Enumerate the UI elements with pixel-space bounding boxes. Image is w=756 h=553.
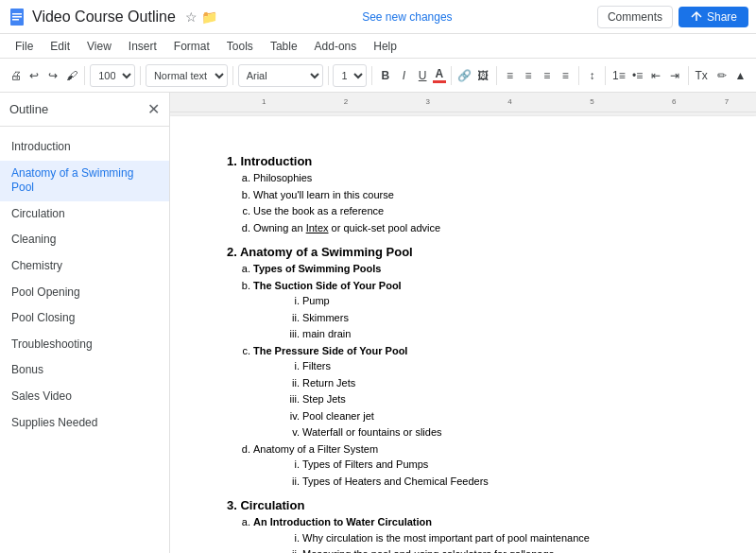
section-2-heading: 2. Anatomy of a Swimming Pool [227, 245, 699, 259]
list-item: The Pressure Side of Your Pool Filters R… [253, 343, 699, 441]
fontsize-select[interactable]: 11 12 14 [333, 64, 367, 87]
section-circulation: 3. Circulation An Introduction to Water … [227, 498, 699, 553]
undo-btn[interactable]: ↩ [26, 64, 43, 87]
list-item: Owning an Intex or quick-set pool advice [253, 220, 699, 236]
sidebar-item-pool-opening[interactable]: Pool Opening [0, 280, 169, 306]
sidebar-item-sales-video[interactable]: Sales Video [0, 384, 169, 410]
text-color-btn[interactable]: A [433, 67, 446, 84]
print-btn[interactable]: 🖨 [8, 64, 25, 87]
list-item: Philosophies [253, 170, 699, 186]
sidebar-item-circulation[interactable]: Circulation [0, 201, 169, 228]
bold-label: The Suction Side of Your Pool [253, 280, 402, 291]
increase-indent-btn[interactable]: ⇥ [666, 64, 683, 87]
list-item: Types of Swimming Pools [253, 261, 699, 277]
section-3-number: 3. [227, 498, 240, 512]
sidebar-close-btn[interactable]: ✕ [147, 100, 160, 118]
section-1-number: 1. [227, 154, 240, 168]
title-bar: Video Course Outline ☆ 📁 See new changes… [0, 0, 756, 34]
menu-tools[interactable]: Tools [219, 38, 261, 55]
comments-button[interactable]: Comments [597, 6, 673, 28]
decrease-indent-btn[interactable]: ⇤ [647, 64, 664, 87]
align-right-btn[interactable]: ≡ [539, 64, 556, 87]
menu-help[interactable]: Help [366, 38, 404, 55]
italic-btn[interactable]: I [396, 64, 413, 87]
section-1-heading: 1. Introduction [227, 154, 699, 168]
collapse-toolbar-btn[interactable]: ▲ [732, 64, 749, 87]
list-bullet-btn[interactable]: •≡ [629, 64, 646, 87]
section-2-title: Anatomy of a Swimming Pool [240, 245, 413, 259]
list-item: Types of Filters and Pumps [302, 457, 699, 473]
sidebar-title: Outline [9, 102, 48, 116]
list-item: Types of Heaters and Chemical Feeders [302, 474, 699, 490]
sidebar-item-introduction[interactable]: Introduction [0, 134, 169, 161]
section-anatomy: 2. Anatomy of a Swimming Pool Types of S… [227, 245, 699, 489]
bold-label: Types of Swimming Pools [253, 263, 381, 274]
redo-btn[interactable]: ↪ [44, 64, 61, 87]
menu-view[interactable]: View [79, 38, 119, 55]
svg-rect-2 [12, 16, 22, 18]
section-3-title: Circulation [240, 498, 304, 512]
section-1-list: Philosophies What you'll learn in this c… [253, 170, 699, 235]
toolbar: 🖨 ↩ ↪ 🖌 100% Normal text Heading 1 Headi… [0, 59, 756, 93]
sidebar-item-supplies-needed[interactable]: Supplies Needed [0, 410, 169, 437]
star-icon[interactable]: ☆ [185, 9, 198, 25]
roman-list: Filters Return Jets Step Jets Pool clean… [302, 358, 699, 441]
bold-label: An Introduction to Water Circulation [253, 516, 432, 527]
roman-list: Why circulation is the most important pa… [302, 530, 699, 554]
list-item: An Introduction to Water Circulation Why… [253, 514, 699, 553]
format-paint-btn[interactable]: 🖌 [63, 64, 80, 87]
align-left-btn[interactable]: ≡ [502, 64, 519, 87]
zoom-select[interactable]: 100% [90, 64, 135, 87]
title-icons: ☆ 📁 [185, 9, 217, 25]
roman-list: Types of Filters and Pumps Types of Heat… [302, 457, 699, 489]
pen-btn[interactable]: ✏ [713, 64, 730, 87]
section-1-title: Introduction [240, 154, 312, 168]
doc-area[interactable]: 1 2 3 4 5 6 7 1 of 8 1. Introduction Phi… [170, 93, 756, 553]
paragraph-style-select[interactable]: Normal text Heading 1 Heading 2 [146, 64, 228, 87]
list-item: What you'll learn in this course [253, 187, 699, 203]
doc-icon [8, 8, 26, 26]
underline-btn[interactable]: U [414, 64, 431, 87]
clear-format-btn[interactable]: Tx [693, 64, 710, 87]
sidebar-item-troubleshooting[interactable]: Troubleshooting [0, 332, 169, 358]
line-spacing-btn[interactable]: ↕ [584, 64, 601, 87]
document-page: 1 of 8 1. Introduction Philosophies What… [170, 116, 756, 553]
list-numbered-btn[interactable]: 1≡ [610, 64, 627, 87]
list-item: Why circulation is the most important pa… [302, 530, 699, 546]
ruler: 1 2 3 4 5 6 7 [170, 112, 756, 112]
image-btn[interactable]: 🖼 [474, 64, 491, 87]
roman-list: Pump Skimmers main drain [302, 293, 699, 342]
menu-edit[interactable]: Edit [43, 38, 77, 55]
justify-btn[interactable]: ≡ [557, 64, 574, 87]
list-item: Measuring the pool and using calculators… [302, 546, 699, 553]
list-item: Waterfall or fountains or slides [302, 424, 699, 441]
list-item: The Suction Side of Your Pool Pump Skimm… [253, 278, 699, 342]
list-item: Filters [302, 358, 699, 374]
sidebar-item-bonus[interactable]: Bonus [0, 357, 169, 384]
list-item: Use the book as a reference [253, 203, 699, 219]
sidebar-nav: Introduction Anatomy of a Swimming Pool … [0, 127, 169, 443]
menu-file[interactable]: File [8, 38, 41, 55]
list-item: Pump [302, 293, 699, 309]
folder-icon[interactable]: 📁 [201, 9, 217, 25]
link-btn[interactable]: 🔗 [456, 64, 473, 87]
menu-addons[interactable]: Add-ons [307, 38, 365, 55]
share-button[interactable]: Share [679, 7, 748, 27]
sidebar-item-chemistry[interactable]: Chemistry [0, 253, 169, 280]
sidebar-item-cleaning[interactable]: Cleaning [0, 227, 169, 253]
section-2-number: 2. [227, 245, 240, 259]
list-item: Step Jets [302, 391, 699, 407]
svg-rect-1 [12, 13, 22, 15]
bold-btn[interactable]: B [377, 64, 394, 87]
menu-table[interactable]: Table [263, 38, 305, 55]
menu-format[interactable]: Format [166, 38, 217, 55]
align-center-btn[interactable]: ≡ [520, 64, 537, 87]
sidebar-item-anatomy[interactable]: Anatomy of a Swimming Pool [0, 161, 169, 201]
sidebar-item-pool-closing[interactable]: Pool Closing [0, 305, 169, 332]
list-item: main drain [302, 326, 699, 342]
see-new-changes[interactable]: See new changes [362, 10, 452, 24]
font-select[interactable]: Arial Times New Roman [238, 64, 323, 87]
intex-link[interactable]: Intex [306, 222, 329, 233]
menu-insert[interactable]: Insert [121, 38, 164, 55]
menu-bar: File Edit View Insert Format Tools Table… [0, 34, 756, 59]
